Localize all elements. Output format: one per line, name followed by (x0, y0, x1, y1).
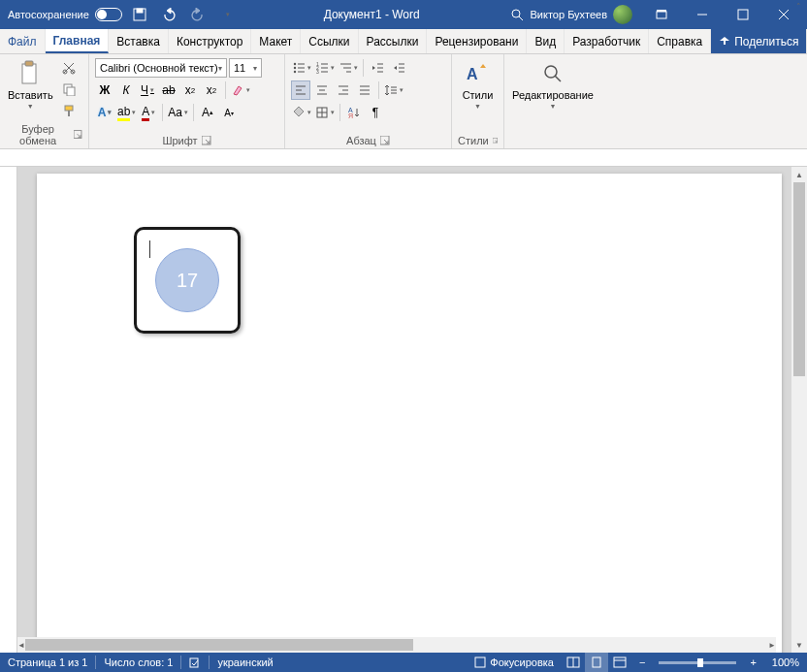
tab-view[interactable]: Вид (527, 29, 565, 53)
paragraph-launcher-icon[interactable] (380, 136, 390, 145)
document-canvas[interactable]: 17 ◄ ► (17, 167, 791, 653)
decrease-indent-icon[interactable] (368, 58, 387, 78)
font-launcher-icon[interactable] (202, 136, 211, 145)
status-word-count[interactable]: Число слов: 1 (96, 656, 180, 668)
subscript-button[interactable]: x2 (180, 80, 200, 100)
zoom-slider[interactable] (659, 661, 736, 664)
minimize-icon[interactable] (683, 0, 722, 29)
tab-review[interactable]: Рецензировани (427, 29, 527, 53)
svg-rect-5 (657, 10, 666, 12)
focus-mode-button[interactable]: Фокусировка (467, 656, 562, 668)
save-icon[interactable] (128, 3, 151, 26)
strikethrough-button[interactable]: ab (159, 80, 178, 100)
qat-customize-icon[interactable] (215, 3, 239, 26)
font-name-combo[interactable]: Calibri (Основной текст)▾ (95, 58, 227, 78)
svg-rect-67 (475, 657, 485, 667)
tab-developer[interactable]: Разработчик (565, 29, 649, 53)
clipboard-group-label: Буфер обмена (6, 123, 70, 146)
text-effects-icon[interactable]: A (95, 103, 114, 122)
cut-icon[interactable] (59, 58, 79, 78)
scroll-up-icon[interactable]: ▲ (791, 167, 807, 182)
autosave-toggle[interactable] (95, 8, 122, 21)
styles-button[interactable]: A Стили ▼ (461, 58, 496, 112)
ribbon: Вставить ▼ Буфер обмена Calibri (Основно… (0, 54, 807, 149)
tab-design[interactable]: Конструктор (169, 29, 251, 53)
clipboard-launcher-icon[interactable] (74, 130, 82, 140)
zoom-in-button[interactable]: + (742, 656, 763, 668)
tab-help[interactable]: Справка (649, 29, 711, 53)
show-marks-icon[interactable]: ¶ (366, 103, 385, 122)
change-case-button[interactable]: Aa (167, 103, 189, 122)
tab-mailings[interactable]: Рассылки (359, 29, 428, 53)
borders-icon[interactable] (314, 103, 336, 122)
multilevel-list-icon[interactable] (338, 58, 359, 78)
zoom-out-button[interactable]: − (631, 656, 653, 668)
read-mode-icon[interactable] (562, 653, 585, 672)
vertical-ruler[interactable] (0, 167, 17, 653)
user-name: Виктор Бухтеев (531, 9, 607, 20)
svg-rect-7 (738, 10, 748, 19)
user-account[interactable]: Виктор Бухтеев (531, 5, 632, 24)
tab-layout[interactable]: Макет (251, 29, 301, 53)
font-size-combo[interactable]: 11▾ (229, 58, 262, 78)
styles-launcher-icon[interactable] (493, 136, 498, 145)
redo-icon[interactable] (186, 3, 210, 26)
grow-font-button[interactable]: A▴ (198, 103, 217, 122)
search-icon[interactable] (505, 3, 529, 26)
clear-formatting-icon[interactable] (230, 80, 251, 100)
font-color-icon[interactable]: A (139, 103, 158, 122)
underline-button[interactable]: Ч (138, 80, 157, 100)
bold-button[interactable]: Ж (95, 80, 114, 100)
svg-rect-11 (25, 61, 33, 66)
superscript-button[interactable]: x2 (202, 80, 221, 100)
paste-button[interactable]: Вставить ▼ (6, 58, 55, 112)
shading-icon[interactable] (291, 103, 312, 122)
vscroll-thumb[interactable] (793, 182, 805, 376)
tab-insert[interactable]: Вставка (109, 29, 169, 53)
print-layout-icon[interactable] (585, 653, 608, 672)
italic-button[interactable]: К (116, 80, 136, 100)
sort-icon[interactable]: AЯ (344, 103, 364, 122)
highlight-icon[interactable]: ab (116, 103, 137, 122)
increase-indent-icon[interactable] (389, 58, 408, 78)
title-bar: Автосохранение Документ1 - Word Виктор Б… (0, 0, 807, 29)
status-language[interactable]: украинский (210, 656, 280, 668)
format-painter-icon[interactable] (59, 101, 79, 120)
share-icon (719, 36, 730, 48)
ribbon-display-options-icon[interactable] (642, 0, 681, 29)
scroll-left-icon[interactable]: ◄ (17, 637, 25, 653)
editing-label: Редактирование (512, 89, 594, 101)
numbering-icon[interactable]: 123 (314, 58, 336, 78)
copy-icon[interactable] (59, 80, 79, 99)
scroll-right-icon[interactable]: ► (768, 637, 776, 653)
align-right-icon[interactable] (334, 80, 353, 100)
tab-file[interactable]: Файл (0, 29, 46, 53)
tab-home[interactable]: Главная (46, 29, 110, 53)
shrink-font-button[interactable]: A▾ (219, 103, 239, 122)
titlebar-right: Виктор Бухтеев (505, 0, 807, 29)
undo-icon[interactable] (157, 3, 180, 26)
align-left-icon[interactable] (291, 80, 310, 100)
justify-icon[interactable] (355, 80, 374, 100)
shape-circle[interactable]: 17 (155, 248, 219, 312)
svg-rect-1 (137, 9, 143, 13)
zoom-level[interactable]: 100% (764, 656, 807, 668)
maximize-icon[interactable] (724, 0, 762, 29)
editing-find-icon (539, 60, 566, 87)
page[interactable]: 17 (37, 174, 782, 653)
status-spellcheck[interactable] (181, 656, 209, 668)
tab-references[interactable]: Ссылки (301, 29, 358, 53)
line-spacing-icon[interactable] (383, 80, 404, 100)
web-layout-icon[interactable] (608, 653, 631, 672)
horizontal-ruler[interactable] (0, 149, 807, 167)
vertical-scrollbar[interactable]: ▲ ▼ (791, 167, 807, 653)
scroll-down-icon[interactable]: ▼ (791, 637, 807, 653)
share-button[interactable]: Поделиться (711, 29, 807, 53)
editing-button[interactable]: Редактирование ▼ (510, 58, 596, 112)
hscroll-thumb[interactable] (25, 639, 413, 651)
bullets-icon[interactable] (291, 58, 312, 78)
horizontal-scrollbar[interactable]: ◄ ► (17, 637, 776, 653)
collapse-ribbon-icon[interactable]: ˄ (791, 0, 805, 14)
status-page[interactable]: Страница 1 из 1 (0, 656, 95, 668)
align-center-icon[interactable] (312, 80, 332, 100)
